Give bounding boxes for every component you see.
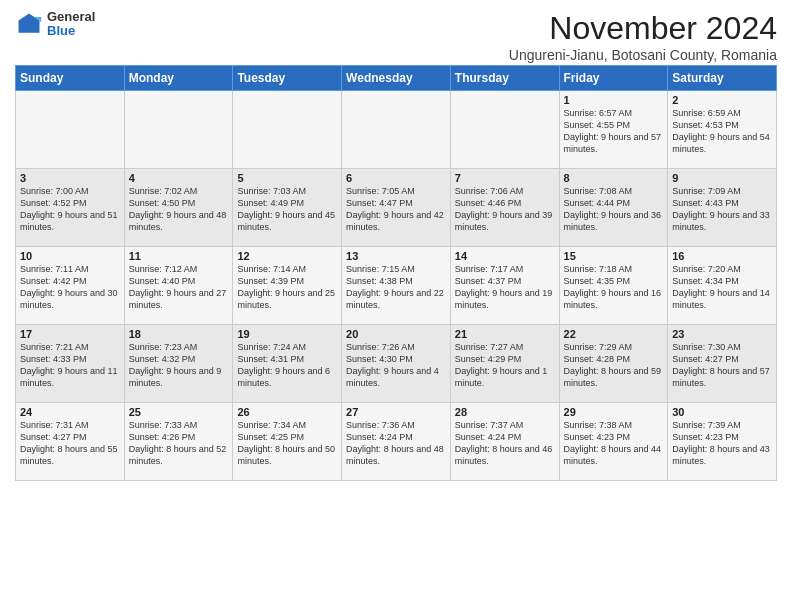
day-number: 1 — [564, 94, 664, 106]
day-info: Sunrise: 7:20 AM Sunset: 4:34 PM Dayligh… — [672, 263, 772, 312]
day-info: Sunrise: 7:29 AM Sunset: 4:28 PM Dayligh… — [564, 341, 664, 390]
subtitle: Ungureni-Jianu, Botosani County, Romania — [509, 47, 777, 63]
day-number: 15 — [564, 250, 664, 262]
day-cell: 3Sunrise: 7:00 AM Sunset: 4:52 PM Daylig… — [16, 169, 125, 247]
day-number: 12 — [237, 250, 337, 262]
day-number: 30 — [672, 406, 772, 418]
day-cell: 11Sunrise: 7:12 AM Sunset: 4:40 PM Dayli… — [124, 247, 233, 325]
month-title: November 2024 — [509, 10, 777, 47]
day-number: 26 — [237, 406, 337, 418]
day-info: Sunrise: 7:21 AM Sunset: 4:33 PM Dayligh… — [20, 341, 120, 390]
day-info: Sunrise: 7:36 AM Sunset: 4:24 PM Dayligh… — [346, 419, 446, 468]
day-number: 2 — [672, 94, 772, 106]
day-cell: 10Sunrise: 7:11 AM Sunset: 4:42 PM Dayli… — [16, 247, 125, 325]
day-number: 29 — [564, 406, 664, 418]
logo: General Blue — [15, 10, 95, 39]
day-cell: 29Sunrise: 7:38 AM Sunset: 4:23 PM Dayli… — [559, 403, 668, 481]
day-cell: 25Sunrise: 7:33 AM Sunset: 4:26 PM Dayli… — [124, 403, 233, 481]
day-info: Sunrise: 7:23 AM Sunset: 4:32 PM Dayligh… — [129, 341, 229, 390]
day-number: 6 — [346, 172, 446, 184]
week-row-2: 10Sunrise: 7:11 AM Sunset: 4:42 PM Dayli… — [16, 247, 777, 325]
day-number: 25 — [129, 406, 229, 418]
header-cell-monday: Monday — [124, 66, 233, 91]
day-number: 11 — [129, 250, 229, 262]
day-cell: 9Sunrise: 7:09 AM Sunset: 4:43 PM Daylig… — [668, 169, 777, 247]
day-number: 24 — [20, 406, 120, 418]
day-info: Sunrise: 7:18 AM Sunset: 4:35 PM Dayligh… — [564, 263, 664, 312]
day-number: 19 — [237, 328, 337, 340]
header-row: SundayMondayTuesdayWednesdayThursdayFrid… — [16, 66, 777, 91]
day-info: Sunrise: 7:26 AM Sunset: 4:30 PM Dayligh… — [346, 341, 446, 390]
header: General Blue November 2024 Ungureni-Jian… — [15, 10, 777, 63]
header-cell-saturday: Saturday — [668, 66, 777, 91]
svg-marker-0 — [19, 14, 40, 33]
day-number: 16 — [672, 250, 772, 262]
header-cell-thursday: Thursday — [450, 66, 559, 91]
logo-general-text: General — [47, 10, 95, 24]
header-cell-friday: Friday — [559, 66, 668, 91]
calendar-body: 1Sunrise: 6:57 AM Sunset: 4:55 PM Daylig… — [16, 91, 777, 481]
day-number: 27 — [346, 406, 446, 418]
day-cell: 14Sunrise: 7:17 AM Sunset: 4:37 PM Dayli… — [450, 247, 559, 325]
logo-text: General Blue — [47, 10, 95, 39]
day-cell: 1Sunrise: 6:57 AM Sunset: 4:55 PM Daylig… — [559, 91, 668, 169]
day-number: 4 — [129, 172, 229, 184]
page-container: General Blue November 2024 Ungureni-Jian… — [0, 0, 792, 489]
day-info: Sunrise: 7:12 AM Sunset: 4:40 PM Dayligh… — [129, 263, 229, 312]
day-cell: 30Sunrise: 7:39 AM Sunset: 4:23 PM Dayli… — [668, 403, 777, 481]
day-cell: 6Sunrise: 7:05 AM Sunset: 4:47 PM Daylig… — [342, 169, 451, 247]
header-cell-sunday: Sunday — [16, 66, 125, 91]
day-info: Sunrise: 7:37 AM Sunset: 4:24 PM Dayligh… — [455, 419, 555, 468]
day-info: Sunrise: 7:02 AM Sunset: 4:50 PM Dayligh… — [129, 185, 229, 234]
logo-icon — [15, 10, 43, 38]
day-info: Sunrise: 7:14 AM Sunset: 4:39 PM Dayligh… — [237, 263, 337, 312]
day-cell: 27Sunrise: 7:36 AM Sunset: 4:24 PM Dayli… — [342, 403, 451, 481]
day-number: 9 — [672, 172, 772, 184]
day-cell — [16, 91, 125, 169]
day-cell — [124, 91, 233, 169]
day-info: Sunrise: 7:11 AM Sunset: 4:42 PM Dayligh… — [20, 263, 120, 312]
title-block: November 2024 Ungureni-Jianu, Botosani C… — [509, 10, 777, 63]
day-number: 13 — [346, 250, 446, 262]
day-cell: 22Sunrise: 7:29 AM Sunset: 4:28 PM Dayli… — [559, 325, 668, 403]
day-info: Sunrise: 7:06 AM Sunset: 4:46 PM Dayligh… — [455, 185, 555, 234]
day-number: 10 — [20, 250, 120, 262]
day-number: 18 — [129, 328, 229, 340]
day-cell: 26Sunrise: 7:34 AM Sunset: 4:25 PM Dayli… — [233, 403, 342, 481]
day-number: 21 — [455, 328, 555, 340]
day-number: 8 — [564, 172, 664, 184]
day-cell — [233, 91, 342, 169]
day-info: Sunrise: 7:05 AM Sunset: 4:47 PM Dayligh… — [346, 185, 446, 234]
day-cell: 12Sunrise: 7:14 AM Sunset: 4:39 PM Dayli… — [233, 247, 342, 325]
day-cell: 28Sunrise: 7:37 AM Sunset: 4:24 PM Dayli… — [450, 403, 559, 481]
day-info: Sunrise: 7:00 AM Sunset: 4:52 PM Dayligh… — [20, 185, 120, 234]
day-cell: 5Sunrise: 7:03 AM Sunset: 4:49 PM Daylig… — [233, 169, 342, 247]
week-row-3: 17Sunrise: 7:21 AM Sunset: 4:33 PM Dayli… — [16, 325, 777, 403]
day-cell — [342, 91, 451, 169]
day-info: Sunrise: 7:39 AM Sunset: 4:23 PM Dayligh… — [672, 419, 772, 468]
day-number: 7 — [455, 172, 555, 184]
week-row-1: 3Sunrise: 7:00 AM Sunset: 4:52 PM Daylig… — [16, 169, 777, 247]
week-row-0: 1Sunrise: 6:57 AM Sunset: 4:55 PM Daylig… — [16, 91, 777, 169]
day-info: Sunrise: 7:03 AM Sunset: 4:49 PM Dayligh… — [237, 185, 337, 234]
day-info: Sunrise: 7:33 AM Sunset: 4:26 PM Dayligh… — [129, 419, 229, 468]
day-number: 20 — [346, 328, 446, 340]
day-cell: 24Sunrise: 7:31 AM Sunset: 4:27 PM Dayli… — [16, 403, 125, 481]
day-info: Sunrise: 7:27 AM Sunset: 4:29 PM Dayligh… — [455, 341, 555, 390]
day-cell: 19Sunrise: 7:24 AM Sunset: 4:31 PM Dayli… — [233, 325, 342, 403]
day-cell: 15Sunrise: 7:18 AM Sunset: 4:35 PM Dayli… — [559, 247, 668, 325]
day-info: Sunrise: 7:09 AM Sunset: 4:43 PM Dayligh… — [672, 185, 772, 234]
day-cell: 8Sunrise: 7:08 AM Sunset: 4:44 PM Daylig… — [559, 169, 668, 247]
day-number: 17 — [20, 328, 120, 340]
logo-blue-text: Blue — [47, 24, 95, 38]
day-info: Sunrise: 7:38 AM Sunset: 4:23 PM Dayligh… — [564, 419, 664, 468]
day-cell: 23Sunrise: 7:30 AM Sunset: 4:27 PM Dayli… — [668, 325, 777, 403]
day-number: 3 — [20, 172, 120, 184]
day-cell: 13Sunrise: 7:15 AM Sunset: 4:38 PM Dayli… — [342, 247, 451, 325]
day-info: Sunrise: 7:31 AM Sunset: 4:27 PM Dayligh… — [20, 419, 120, 468]
day-cell: 17Sunrise: 7:21 AM Sunset: 4:33 PM Dayli… — [16, 325, 125, 403]
day-info: Sunrise: 7:15 AM Sunset: 4:38 PM Dayligh… — [346, 263, 446, 312]
day-info: Sunrise: 7:17 AM Sunset: 4:37 PM Dayligh… — [455, 263, 555, 312]
day-info: Sunrise: 6:57 AM Sunset: 4:55 PM Dayligh… — [564, 107, 664, 156]
day-cell: 2Sunrise: 6:59 AM Sunset: 4:53 PM Daylig… — [668, 91, 777, 169]
